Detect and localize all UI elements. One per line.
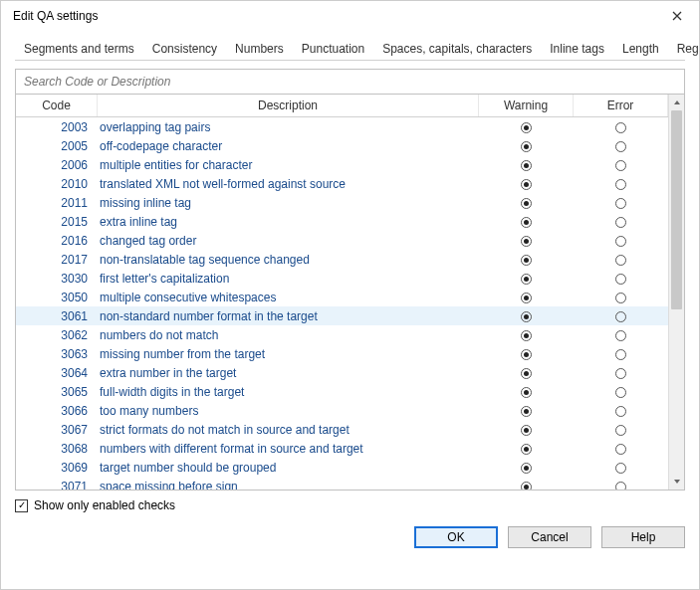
table-row[interactable]: 3030first letter's capitalization — [16, 269, 668, 288]
column-header-warning[interactable]: Warning — [479, 95, 574, 116]
radio-error[interactable] — [574, 177, 668, 191]
radio-error[interactable] — [574, 291, 668, 304]
tab-punctuation[interactable]: Punctuation — [293, 37, 373, 61]
radio-error[interactable] — [574, 404, 668, 418]
table-row[interactable]: 3069target number should be grouped — [16, 458, 668, 477]
radio-warning[interactable] — [479, 291, 574, 304]
radio-error[interactable] — [574, 366, 668, 380]
table-row[interactable]: 3066too many numbers — [16, 401, 668, 420]
radio-error[interactable] — [574, 253, 668, 267]
table-row[interactable]: 3067strict formats do not match in sourc… — [16, 420, 668, 439]
cell-description: off-codepage character — [98, 139, 479, 153]
radio-error[interactable] — [574, 196, 668, 210]
show-enabled-checkbox-row: ✓ Show only enabled checks — [15, 498, 685, 512]
tab-consistency[interactable]: Consistency — [143, 37, 226, 61]
scroll-down-icon[interactable] — [669, 474, 684, 490]
radio-warning[interactable] — [479, 196, 574, 210]
table-row[interactable]: 2003overlapping tag pairs — [16, 117, 668, 136]
titlebar: Edit QA settings — [1, 1, 699, 31]
radio-error[interactable] — [574, 139, 668, 153]
cell-description: strict formats do not match in source an… — [98, 423, 479, 437]
table-row[interactable]: 2010translated XML not well-formed again… — [16, 174, 668, 193]
tab-regex[interactable]: Regex — [668, 37, 700, 61]
cancel-button[interactable]: Cancel — [508, 526, 591, 548]
radio-warning[interactable] — [479, 423, 574, 437]
radio-warning[interactable] — [479, 404, 574, 418]
radio-warning[interactable] — [479, 309, 574, 323]
cell-description: non-translatable tag sequence changed — [98, 253, 479, 267]
table-row[interactable]: 2005off-codepage character — [16, 136, 668, 155]
radio-warning[interactable] — [479, 328, 574, 342]
radio-error[interactable] — [574, 328, 668, 342]
tab-segments-and-terms[interactable]: Segments and terms — [15, 37, 143, 61]
radio-error[interactable] — [574, 423, 668, 437]
column-header-error[interactable]: Error — [574, 95, 668, 116]
cell-description: non-standard number format in the target — [98, 309, 479, 323]
table-row[interactable]: 3064extra number in the target — [16, 363, 668, 382]
help-button[interactable]: Help — [601, 526, 685, 548]
column-header-code[interactable]: Code — [16, 95, 98, 116]
show-enabled-checkbox[interactable]: ✓ — [15, 499, 28, 512]
radio-error[interactable] — [574, 158, 668, 172]
radio-warning[interactable] — [479, 120, 574, 134]
tab-numbers[interactable]: Numbers — [226, 37, 293, 61]
table-header: Code Description Warning Error — [16, 95, 668, 117]
radio-warning[interactable] — [479, 461, 574, 475]
radio-warning[interactable] — [479, 215, 574, 229]
radio-error[interactable] — [574, 347, 668, 361]
radio-warning[interactable] — [479, 234, 574, 248]
cell-code: 3065 — [16, 385, 98, 399]
cell-code: 2010 — [16, 177, 98, 191]
table-row[interactable]: 2006multiple entities for character — [16, 155, 668, 174]
radio-warning[interactable] — [479, 480, 574, 491]
radio-warning[interactable] — [479, 442, 574, 456]
radio-error[interactable] — [574, 461, 668, 475]
scroll-track[interactable] — [669, 110, 684, 474]
radio-error[interactable] — [574, 385, 668, 399]
cell-code: 2015 — [16, 215, 98, 229]
table-row[interactable]: 3063missing number from the target — [16, 344, 668, 363]
scroll-up-icon[interactable] — [669, 95, 684, 110]
table-row[interactable]: 3062numbers do not match — [16, 325, 668, 344]
table-row[interactable]: 3068numbers with different format in sou… — [16, 439, 668, 458]
radio-error[interactable] — [574, 120, 668, 134]
cell-code: 2005 — [16, 139, 98, 153]
radio-error[interactable] — [574, 215, 668, 229]
scroll-thumb[interactable] — [671, 110, 682, 309]
cell-description: extra inline tag — [98, 215, 479, 229]
radio-warning[interactable] — [479, 347, 574, 361]
table-row[interactable]: 2015extra inline tag — [16, 212, 668, 231]
ok-button[interactable]: OK — [414, 526, 498, 548]
table-row[interactable]: 2017non-translatable tag sequence change… — [16, 250, 668, 269]
radio-error[interactable] — [574, 309, 668, 323]
radio-warning[interactable] — [479, 253, 574, 267]
radio-warning[interactable] — [479, 272, 574, 286]
table-row[interactable]: 2011missing inline tag — [16, 193, 668, 212]
radio-error[interactable] — [574, 234, 668, 248]
radio-error[interactable] — [574, 442, 668, 456]
table-row[interactable]: 3065full-width digits in the target — [16, 382, 668, 401]
table-row[interactable]: 3071space missing before sign — [16, 477, 668, 490]
table-row[interactable]: 3061non-standard number format in the ta… — [16, 306, 668, 325]
radio-warning[interactable] — [479, 385, 574, 399]
radio-warning[interactable] — [479, 158, 574, 172]
cell-description: numbers do not match — [98, 328, 479, 342]
tab-inline-tags[interactable]: Inline tags — [541, 37, 613, 61]
tab-length[interactable]: Length — [613, 37, 668, 61]
radio-warning[interactable] — [479, 177, 574, 191]
table-row[interactable]: 3050multiple consecutive whitespaces — [16, 288, 668, 306]
radio-error[interactable] — [574, 480, 668, 491]
table-row[interactable]: 2016changed tag order — [16, 231, 668, 250]
cell-code: 3067 — [16, 423, 98, 437]
severity-table: Code Description Warning Error 2003overl… — [15, 95, 685, 491]
column-header-description[interactable]: Description — [98, 95, 479, 116]
search-input[interactable] — [15, 69, 685, 95]
cell-code: 2016 — [16, 234, 98, 248]
vertical-scrollbar[interactable] — [668, 95, 684, 490]
tab-spaces-capitals-characters[interactable]: Spaces, capitals, characters — [373, 37, 541, 61]
radio-error[interactable] — [574, 272, 668, 286]
radio-warning[interactable] — [479, 139, 574, 153]
close-icon[interactable] — [665, 7, 689, 25]
radio-warning[interactable] — [479, 366, 574, 380]
cell-description: changed tag order — [98, 234, 479, 248]
